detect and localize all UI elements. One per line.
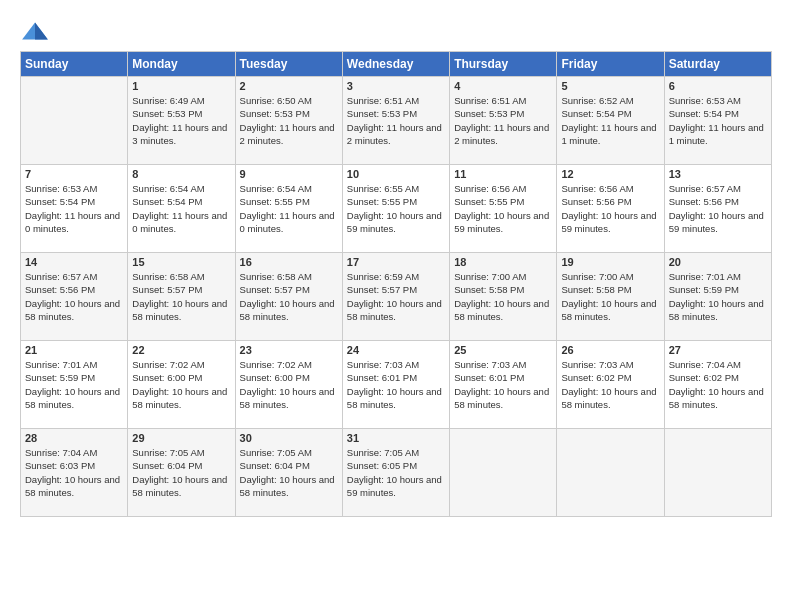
sunrise-text: Sunrise: 6:58 AM [132, 271, 204, 282]
sunrise-text: Sunrise: 6:53 AM [25, 183, 97, 194]
weekday-header-thursday: Thursday [450, 52, 557, 77]
sunset-text: Sunset: 5:53 PM [454, 108, 524, 119]
daylight-text: Daylight: 10 hours and 58 minutes. [132, 298, 227, 322]
day-number: 10 [347, 168, 445, 180]
day-info: Sunrise: 6:59 AM Sunset: 5:57 PM Dayligh… [347, 270, 445, 323]
sunset-text: Sunset: 6:04 PM [240, 460, 310, 471]
day-number: 26 [561, 344, 659, 356]
day-info: Sunrise: 6:56 AM Sunset: 5:56 PM Dayligh… [561, 182, 659, 235]
day-number: 7 [25, 168, 123, 180]
day-info: Sunrise: 7:02 AM Sunset: 6:00 PM Dayligh… [240, 358, 338, 411]
calendar-cell: 10 Sunrise: 6:55 AM Sunset: 5:55 PM Dayl… [342, 165, 449, 253]
day-info: Sunrise: 7:01 AM Sunset: 5:59 PM Dayligh… [25, 358, 123, 411]
daylight-text: Daylight: 10 hours and 58 minutes. [240, 386, 335, 410]
calendar-cell [450, 429, 557, 517]
sunset-text: Sunset: 5:59 PM [669, 284, 739, 295]
sunrise-text: Sunrise: 6:49 AM [132, 95, 204, 106]
daylight-text: Daylight: 10 hours and 59 minutes. [561, 210, 656, 234]
daylight-text: Daylight: 10 hours and 58 minutes. [454, 298, 549, 322]
sunrise-text: Sunrise: 7:02 AM [132, 359, 204, 370]
sunrise-text: Sunrise: 6:54 AM [132, 183, 204, 194]
sunset-text: Sunset: 5:57 PM [347, 284, 417, 295]
day-info: Sunrise: 7:02 AM Sunset: 6:00 PM Dayligh… [132, 358, 230, 411]
calendar-cell: 18 Sunrise: 7:00 AM Sunset: 5:58 PM Dayl… [450, 253, 557, 341]
daylight-text: Daylight: 11 hours and 3 minutes. [132, 122, 227, 146]
sunset-text: Sunset: 5:53 PM [240, 108, 310, 119]
sunset-text: Sunset: 6:00 PM [132, 372, 202, 383]
sunrise-text: Sunrise: 6:55 AM [347, 183, 419, 194]
sunset-text: Sunset: 5:54 PM [561, 108, 631, 119]
day-info: Sunrise: 7:00 AM Sunset: 5:58 PM Dayligh… [454, 270, 552, 323]
calendar-cell: 19 Sunrise: 7:00 AM Sunset: 5:58 PM Dayl… [557, 253, 664, 341]
calendar-cell: 11 Sunrise: 6:56 AM Sunset: 5:55 PM Dayl… [450, 165, 557, 253]
daylight-text: Daylight: 10 hours and 59 minutes. [347, 210, 442, 234]
calendar-cell [557, 429, 664, 517]
sunset-text: Sunset: 5:55 PM [454, 196, 524, 207]
day-number: 13 [669, 168, 767, 180]
day-number: 31 [347, 432, 445, 444]
day-number: 28 [25, 432, 123, 444]
sunrise-text: Sunrise: 7:02 AM [240, 359, 312, 370]
day-info: Sunrise: 6:57 AM Sunset: 5:56 PM Dayligh… [669, 182, 767, 235]
day-info: Sunrise: 6:50 AM Sunset: 5:53 PM Dayligh… [240, 94, 338, 147]
calendar-cell [21, 77, 128, 165]
sunset-text: Sunset: 5:54 PM [132, 196, 202, 207]
calendar-cell: 15 Sunrise: 6:58 AM Sunset: 5:57 PM Dayl… [128, 253, 235, 341]
daylight-text: Daylight: 10 hours and 59 minutes. [454, 210, 549, 234]
daylight-text: Daylight: 10 hours and 58 minutes. [132, 386, 227, 410]
sunrise-text: Sunrise: 6:50 AM [240, 95, 312, 106]
daylight-text: Daylight: 11 hours and 0 minutes. [132, 210, 227, 234]
sunrise-text: Sunrise: 7:05 AM [347, 447, 419, 458]
daylight-text: Daylight: 11 hours and 2 minutes. [240, 122, 335, 146]
calendar-cell: 3 Sunrise: 6:51 AM Sunset: 5:53 PM Dayli… [342, 77, 449, 165]
logo-icon [20, 21, 50, 41]
weekday-header-wednesday: Wednesday [342, 52, 449, 77]
calendar-cell: 2 Sunrise: 6:50 AM Sunset: 5:53 PM Dayli… [235, 77, 342, 165]
day-number: 5 [561, 80, 659, 92]
calendar-cell: 17 Sunrise: 6:59 AM Sunset: 5:57 PM Dayl… [342, 253, 449, 341]
daylight-text: Daylight: 11 hours and 0 minutes. [240, 210, 335, 234]
daylight-text: Daylight: 10 hours and 58 minutes. [240, 298, 335, 322]
day-number: 21 [25, 344, 123, 356]
day-info: Sunrise: 7:03 AM Sunset: 6:01 PM Dayligh… [454, 358, 552, 411]
day-number: 24 [347, 344, 445, 356]
svg-marker-1 [35, 22, 48, 39]
calendar-cell: 20 Sunrise: 7:01 AM Sunset: 5:59 PM Dayl… [664, 253, 771, 341]
weekday-header-sunday: Sunday [21, 52, 128, 77]
sunrise-text: Sunrise: 7:01 AM [25, 359, 97, 370]
sunset-text: Sunset: 5:57 PM [132, 284, 202, 295]
day-info: Sunrise: 7:03 AM Sunset: 6:02 PM Dayligh… [561, 358, 659, 411]
sunset-text: Sunset: 5:53 PM [132, 108, 202, 119]
sunset-text: Sunset: 5:54 PM [669, 108, 739, 119]
sunrise-text: Sunrise: 7:05 AM [240, 447, 312, 458]
weekday-header-saturday: Saturday [664, 52, 771, 77]
day-number: 16 [240, 256, 338, 268]
sunset-text: Sunset: 6:04 PM [132, 460, 202, 471]
day-number: 12 [561, 168, 659, 180]
calendar-cell: 26 Sunrise: 7:03 AM Sunset: 6:02 PM Dayl… [557, 341, 664, 429]
daylight-text: Daylight: 11 hours and 1 minute. [561, 122, 656, 146]
calendar-cell: 22 Sunrise: 7:02 AM Sunset: 6:00 PM Dayl… [128, 341, 235, 429]
day-number: 22 [132, 344, 230, 356]
day-info: Sunrise: 6:52 AM Sunset: 5:54 PM Dayligh… [561, 94, 659, 147]
day-number: 18 [454, 256, 552, 268]
day-number: 20 [669, 256, 767, 268]
day-number: 3 [347, 80, 445, 92]
sunrise-text: Sunrise: 6:51 AM [454, 95, 526, 106]
calendar-cell: 12 Sunrise: 6:56 AM Sunset: 5:56 PM Dayl… [557, 165, 664, 253]
sunrise-text: Sunrise: 6:51 AM [347, 95, 419, 106]
sunrise-text: Sunrise: 7:00 AM [454, 271, 526, 282]
calendar-cell: 13 Sunrise: 6:57 AM Sunset: 5:56 PM Dayl… [664, 165, 771, 253]
day-number: 19 [561, 256, 659, 268]
day-info: Sunrise: 6:51 AM Sunset: 5:53 PM Dayligh… [454, 94, 552, 147]
daylight-text: Daylight: 11 hours and 1 minute. [669, 122, 764, 146]
day-info: Sunrise: 6:56 AM Sunset: 5:55 PM Dayligh… [454, 182, 552, 235]
daylight-text: Daylight: 10 hours and 58 minutes. [669, 386, 764, 410]
day-number: 9 [240, 168, 338, 180]
weekday-header-monday: Monday [128, 52, 235, 77]
day-number: 27 [669, 344, 767, 356]
daylight-text: Daylight: 11 hours and 2 minutes. [454, 122, 549, 146]
day-info: Sunrise: 7:05 AM Sunset: 6:04 PM Dayligh… [240, 446, 338, 499]
sunset-text: Sunset: 6:01 PM [454, 372, 524, 383]
sunset-text: Sunset: 6:02 PM [669, 372, 739, 383]
